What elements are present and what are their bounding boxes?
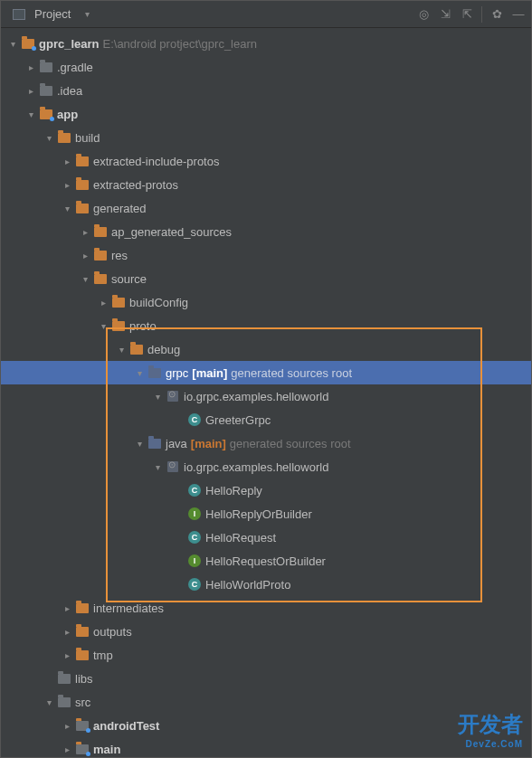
tree-item-package[interactable]: io.grpc.examples.helloworld [1, 455, 531, 478]
label: extracted-include-protos [93, 155, 219, 168]
project-view-selector[interactable]: Project [6, 5, 97, 24]
folder-icon [129, 342, 144, 356]
tree-item-gradle[interactable]: .gradle [1, 55, 531, 79]
label: java [166, 437, 187, 450]
class-icon: C [187, 483, 202, 497]
tree-item-libs[interactable]: libs [1, 667, 531, 690]
tree-item[interactable]: res [1, 243, 531, 267]
tree-item-debug[interactable]: debug [1, 337, 531, 361]
tree-item[interactable]: ap_generated_sources [1, 220, 531, 243]
chevron-down-icon[interactable] [6, 37, 19, 50]
label: HelloRequest [205, 531, 276, 545]
chevron-down-icon[interactable] [133, 366, 146, 379]
folder-icon [39, 60, 53, 74]
tree-item-class[interactable]: C HelloWorldProto [1, 573, 531, 596]
chevron-down-icon[interactable] [97, 319, 109, 332]
tree-item-class[interactable]: C HelloReply [1, 478, 531, 502]
folder-icon [75, 601, 90, 615]
tree-item[interactable]: androidTest [1, 714, 531, 737]
folder-icon [57, 130, 71, 145]
chevron-right-icon[interactable] [61, 649, 73, 661]
annotation: generated sources root [231, 366, 352, 380]
label: src [75, 696, 90, 709]
root-path: E:\android protject\gprc_learn [102, 37, 257, 51]
tree-item[interactable]: buildConfig [1, 290, 531, 314]
tag: [main] [191, 437, 226, 450]
folder-icon [39, 83, 53, 98]
chevron-right-icon[interactable] [61, 625, 73, 638]
folder-icon [75, 201, 90, 215]
label: HelloRequestOrBuilder [205, 554, 326, 568]
tree-item[interactable]: tmp [1, 643, 531, 667]
chevron-down-icon[interactable] [115, 343, 128, 355]
tree-item-generated[interactable]: generated [1, 196, 531, 220]
tree-item-source[interactable]: source [1, 267, 531, 290]
folder-icon [93, 248, 108, 262]
chevron-right-icon[interactable] [61, 719, 73, 732]
tree-item[interactable]: extracted-protos [1, 173, 531, 196]
tree-item-src[interactable]: src [1, 690, 531, 714]
chevron-down-icon[interactable] [151, 390, 164, 403]
module-folder-icon [39, 107, 53, 121]
folder-icon [75, 154, 90, 168]
collapse-icon[interactable]: ⇱ [460, 7, 474, 22]
project-view-label: Project [34, 7, 71, 21]
chevron-right-icon[interactable] [79, 225, 91, 238]
label: .gradle [57, 61, 93, 74]
label: debug [147, 343, 180, 356]
label: .idea [57, 84, 82, 98]
tree-root[interactable]: gprc_learn E:\android protject\gprc_lear… [1, 32, 531, 55]
label: app [57, 108, 78, 121]
label: HelloWorldProto [205, 578, 290, 592]
chevron-right-icon[interactable] [61, 743, 73, 755]
label: HelloReplyOrBuilder [205, 507, 312, 521]
chevron-down-icon[interactable] [79, 272, 91, 285]
tree-item-app[interactable]: app [1, 102, 531, 126]
locate-icon[interactable]: ◎ [416, 7, 431, 22]
tree-item-interface[interactable]: I HelloReplyOrBuilder [1, 502, 531, 526]
tree-item-grpc-selected[interactable]: grpc [main] generated sources root [1, 361, 531, 384]
chevron-right-icon[interactable] [79, 249, 91, 261]
chevron-down-icon[interactable] [43, 131, 55, 144]
chevron-down-icon[interactable] [24, 108, 37, 120]
tree-item[interactable]: outputs [1, 620, 531, 643]
tree-item-interface[interactable]: I HelloRequestOrBuilder [1, 549, 531, 573]
annotation: generated sources root [230, 437, 351, 450]
tree-item-proto[interactable]: proto [1, 314, 531, 337]
chevron-right-icon[interactable] [61, 155, 73, 167]
folder-icon [111, 295, 126, 309]
folder-icon [75, 624, 90, 639]
root-name: gprc_learn [39, 37, 99, 51]
chevron-right-icon[interactable] [97, 296, 109, 308]
minimize-icon[interactable]: — [511, 7, 526, 22]
project-icon [12, 7, 26, 22]
label: androidTest [93, 719, 159, 733]
tree-item-class[interactable]: C GreeterGrpc [1, 408, 531, 431]
tree-item-idea[interactable]: .idea [1, 79, 531, 102]
label: outputs [93, 625, 132, 639]
chevron-right-icon[interactable] [61, 178, 73, 191]
tree-item[interactable]: main [1, 737, 531, 758]
chevron-right-icon[interactable] [24, 61, 37, 73]
chevron-right-icon[interactable] [24, 84, 37, 97]
chevron-right-icon[interactable] [61, 602, 73, 614]
tree-item-package[interactable]: io.grpc.examples.helloworld [1, 384, 531, 408]
interface-icon: I [187, 507, 202, 521]
chevron-down-icon[interactable] [43, 696, 55, 708]
label: source [111, 272, 147, 286]
tree-item-class[interactable]: C HelloRequest [1, 526, 531, 549]
tree-item-java[interactable]: java [main] generated sources root [1, 431, 531, 455]
label: io.grpc.examples.helloworld [184, 390, 328, 403]
gear-icon[interactable]: ✿ [489, 7, 504, 22]
tree-item-build[interactable]: build [1, 126, 531, 149]
label: res [111, 249, 128, 262]
tree-item[interactable]: intermediates [1, 596, 531, 620]
chevron-down-icon[interactable] [61, 202, 73, 214]
class-icon: C [187, 577, 202, 592]
folder-icon [93, 271, 108, 286]
chevron-down-icon[interactable] [133, 437, 146, 450]
chevron-down-icon[interactable] [151, 460, 164, 473]
expand-icon[interactable]: ⇲ [438, 7, 452, 22]
label: grpc [166, 366, 188, 380]
tree-item[interactable]: extracted-include-protos [1, 149, 531, 173]
